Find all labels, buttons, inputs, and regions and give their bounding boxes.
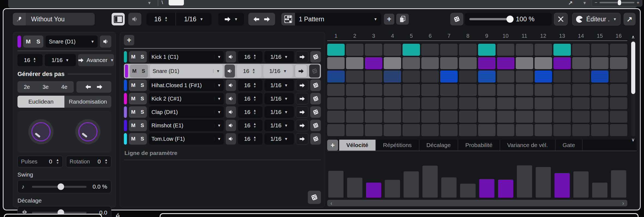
preview-sound-button[interactable] [225,64,235,78]
step-cell-row2-step6[interactable] [421,57,439,69]
lane-row-snare-d1[interactable]: MSSnare (D1)▼16▲▼1/16▼ [124,64,321,78]
lane-steps-stepper[interactable]: 16▲▼ [238,51,263,63]
lane-jump-mode-select[interactable]: Avancer ▼ [78,54,114,66]
step-cell-row1-step3[interactable] [365,44,382,56]
mute-button[interactable]: M [23,36,33,48]
lane-dice-button[interactable] [309,64,320,78]
mute-button[interactable]: M [129,51,138,63]
step-cell-row3-step13[interactable] [553,71,571,83]
step-cell-row7-step7[interactable] [440,124,458,136]
step-cell-row5-step2[interactable] [346,97,363,109]
step-cell-row3-step1[interactable] [327,71,345,83]
step-cell-row5-step5[interactable] [402,97,420,109]
lane-row-rimshot-e1[interactable]: MSRimshot (E1)▼16▲▼1/16▼ [124,120,321,131]
step-cell-row6-step14[interactable] [572,111,590,123]
preview-sound-button[interactable] [226,51,236,63]
mute-button[interactable]: M [129,120,138,131]
stepper-arrows-icon[interactable]: ▲▼ [253,109,257,115]
open-external-window-button[interactable]: ↗ [624,13,636,25]
lane-resolution-select[interactable]: 1/16▼ [264,120,294,131]
step-cell-row2-step12[interactable] [535,57,552,69]
shuffle-mode-button[interactable] [554,13,568,25]
velocity-bar-step-14[interactable] [573,171,589,198]
step-cell-row3-step3[interactable] [365,71,382,83]
scroll-down-icon[interactable]: ∨ [631,136,635,143]
mute-button[interactable]: M [129,93,138,104]
division-button-4e[interactable]: 4e [55,81,74,93]
stepper-arrows-icon[interactable]: ▲▼ [56,159,59,165]
lane-resolution-select[interactable]: 1/16▼ [264,51,294,63]
lane-resolution-select[interactable]: 1/16▼ [264,133,294,145]
lane-name-select[interactable]: Clap (D#1)▼ [149,106,224,118]
step-cell-row2-step10[interactable] [497,57,514,69]
step-cell-row7-step16[interactable] [610,124,627,136]
zoom-out-icon[interactable]: − [595,0,597,5]
lane-name-select[interactable]: Kick 1 (C1)▼ [149,51,224,63]
jump-mode-select[interactable]: ▼ [218,13,244,25]
randomize-lane-dice-button[interactable] [308,191,321,204]
stepper-arrows-icon[interactable]: ▲▼ [252,68,255,74]
step-cell-row2-step14[interactable] [572,57,590,69]
step-cell-row7-step1[interactable] [327,124,345,136]
step-cell-row7-step15[interactable] [591,124,609,136]
tab-randomisation[interactable]: Randomisation [64,96,111,108]
arrow-left-icon[interactable] [85,84,91,89]
pattern-title[interactable]: Without You [26,13,95,25]
step-cell-row3-step15[interactable] [591,71,609,83]
swing-slider-track[interactable] [32,186,87,188]
tab-gate[interactable]: Gate [556,140,583,151]
zoom-slider-track[interactable] [600,2,634,3]
lane-dice-button[interactable] [310,106,321,118]
lane-dice-button[interactable] [310,93,321,104]
solo-button[interactable]: S [138,106,147,118]
arrow-right-icon[interactable] [264,17,270,22]
lane-steps-stepper[interactable]: 16▲▼ [238,133,263,145]
step-cell-row7-step10[interactable] [497,124,514,136]
step-cell-row1-step15[interactable] [591,44,609,56]
pin-button[interactable] [13,13,26,25]
preview-sound-button[interactable] [100,36,111,48]
division-button-2e[interactable]: 2e [17,81,36,93]
step-cell-row3-step2[interactable] [346,71,363,83]
scrollbar-thumb[interactable] [631,42,635,94]
velocity-bar-step-3[interactable] [366,183,381,198]
step-cell-row4-step14[interactable] [572,84,590,96]
step-cell-row6-step6[interactable] [421,111,439,123]
solo-button[interactable]: S [138,51,147,63]
step-cell-row3-step9[interactable] [478,71,496,83]
step-cell-row4-step15[interactable] [591,84,609,96]
lane-name-select[interactable]: Tom.Low (F1)▼ [149,133,224,145]
tab-v-locit[interactable]: Vélocité [339,140,376,151]
zoom-slider-thumb[interactable] [618,0,621,5]
lane-jump-button[interactable] [296,80,308,91]
lane-jump-button[interactable] [296,93,308,104]
step-cell-row7-step14[interactable] [572,124,590,136]
step-cell-row1-step4[interactable] [384,44,401,56]
velocity-bar-step-4[interactable] [385,180,400,198]
offset-slider-track[interactable] [32,212,87,214]
velocity-bar-step-2[interactable] [347,178,362,198]
step-cell-row4-step13[interactable] [553,84,571,96]
step-cell-row7-step6[interactable] [421,124,439,136]
step-cell-row2-step7[interactable] [440,57,458,69]
step-cell-row1-step13[interactable] [553,44,571,56]
add-lane-button[interactable]: + [124,35,134,45]
velocity-bar-step-6[interactable] [422,166,438,198]
lane-name-select[interactable]: Snare (D1) ▼ [46,36,98,48]
step-cell-row6-step1[interactable] [327,111,345,123]
step-cell-row5-step1[interactable] [327,97,345,109]
step-cell-row7-step5[interactable] [402,124,420,136]
preview-sound-button[interactable] [226,93,236,104]
step-cell-row4-step11[interactable] [516,84,533,96]
solo-button[interactable]: S [139,64,148,78]
step-cell-row4-step5[interactable] [402,84,420,96]
step-cell-row2-step9[interactable] [478,57,496,69]
velocity-bar-step-15[interactable] [592,183,607,198]
step-cell-row4-step10[interactable] [497,84,514,96]
step-cell-row1-step6[interactable] [421,44,439,56]
lane-steps-stepper[interactable]: 16▲▼ [238,80,263,91]
step-cell-row7-step3[interactable] [365,124,382,136]
step-cell-row7-step13[interactable] [553,124,571,136]
step-cell-row2-step13[interactable] [553,57,571,69]
step-cell-row6-step3[interactable] [365,111,382,123]
